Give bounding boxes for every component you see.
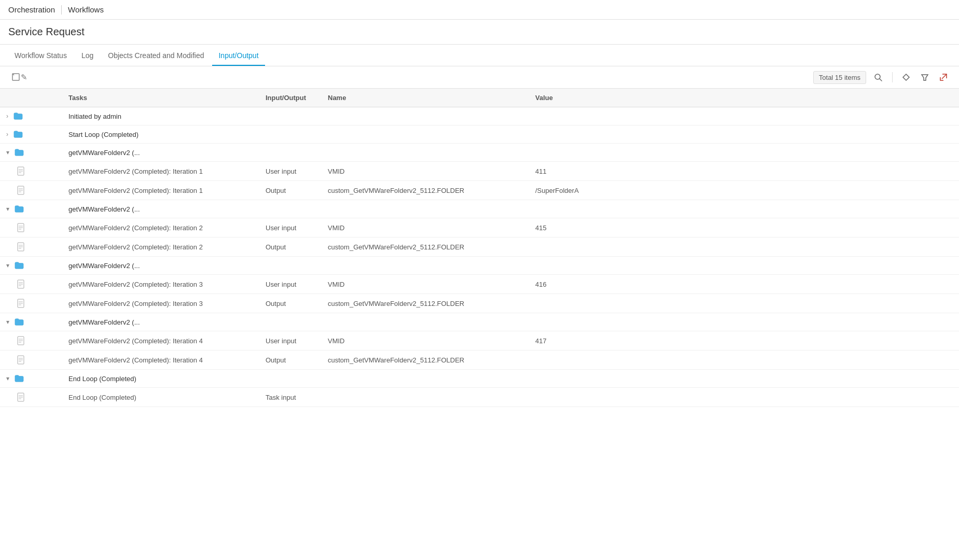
folder-icon <box>15 318 24 326</box>
row-value-cell <box>529 237 959 257</box>
row-icon-cell <box>0 351 62 370</box>
row-value-cell <box>529 388 959 407</box>
row-task-cell: End Loop (Completed) <box>62 388 259 407</box>
tab-input-output[interactable]: Input/Output <box>212 46 265 66</box>
row-name-cell: custom_GetVMWareFolderv2_5112.FOLDER <box>322 351 529 370</box>
row-task-cell: getVMWareFolderv2 (Completed): Iteration… <box>62 351 259 370</box>
col-header-io[interactable]: Input/Output <box>259 89 322 107</box>
col-header-tasks[interactable]: Tasks <box>62 89 259 107</box>
table-row[interactable]: getVMWareFolderv2 (Completed): Iteration… <box>0 275 959 294</box>
table-row[interactable]: ▾getVMWareFolderv2 (... <box>0 200 959 218</box>
row-name-cell: custom_GetVMWareFolderv2_5112.FOLDER <box>322 294 529 313</box>
row-name-cell: custom_GetVMWareFolderv2_5112.FOLDER <box>322 181 529 200</box>
chevron-icon: ▾ <box>6 262 9 269</box>
page-title: Service Request <box>8 26 951 38</box>
chevron-icon: ▾ <box>6 149 9 156</box>
edit-button[interactable]: ✎ <box>8 71 31 84</box>
col-header-icon <box>0 89 62 107</box>
row-icon-cell <box>0 294 62 313</box>
document-icon <box>17 242 25 251</box>
search-icon <box>873 73 883 82</box>
toolbar-right: Total 15 items <box>813 71 951 84</box>
table-header-row: Tasks Input/Output Name Value <box>0 89 959 107</box>
tab-objects-created[interactable]: Objects Created and Modified <box>102 46 210 66</box>
nav-workflows[interactable]: Workflows <box>68 5 104 14</box>
table-row[interactable]: End Loop (Completed)Task input <box>0 388 959 407</box>
table-row[interactable]: ▾getVMWareFolderv2 (... <box>0 257 959 275</box>
row-io-cell: Task input <box>259 388 322 407</box>
row-name-cell: VMID <box>322 275 529 294</box>
row-task-cell: getVMWareFolderv2 (Completed): Iteration… <box>62 237 259 257</box>
toolbar-left: ✎ <box>8 71 31 84</box>
svg-line-6 <box>942 74 947 79</box>
row-icon-cell: › <box>0 125 62 144</box>
row-task-cell: getVMWareFolderv2 (Completed): Iteration… <box>62 218 259 237</box>
filter-button[interactable] <box>918 71 932 83</box>
table-row[interactable]: getVMWareFolderv2 (Completed): Iteration… <box>0 351 959 370</box>
tab-log[interactable]: Log <box>75 46 100 66</box>
nav-orchestration[interactable]: Orchestration <box>8 5 55 14</box>
export-button[interactable] <box>936 71 951 83</box>
table-row[interactable]: getVMWareFolderv2 (Completed): Iteration… <box>0 218 959 237</box>
row-icon-cell <box>0 331 62 351</box>
row-task-cell: getVMWareFolderv2 (... <box>62 200 959 218</box>
row-task-cell: End Loop (Completed) <box>62 370 959 388</box>
table-row[interactable]: ▾End Loop (Completed) <box>0 370 959 388</box>
table-row[interactable]: ›Start Loop (Completed) <box>0 125 959 144</box>
row-task-cell: Initiated by admin <box>62 107 959 125</box>
tab-workflow-status[interactable]: Workflow Status <box>8 46 73 66</box>
row-value-cell: /SuperFolderA <box>529 181 959 200</box>
row-value-cell: 415 <box>529 218 959 237</box>
row-value-cell: 417 <box>529 331 959 351</box>
row-io-cell: Output <box>259 351 322 370</box>
table-row[interactable]: getVMWareFolderv2 (Completed): Iteration… <box>0 294 959 313</box>
chevron-icon: ▾ <box>6 205 9 213</box>
row-task-cell: Start Loop (Completed) <box>62 125 959 144</box>
table-row[interactable]: ›Initiated by admin <box>0 107 959 125</box>
tabs-bar: Workflow Status Log Objects Created and … <box>0 45 959 66</box>
table-row[interactable]: ▾getVMWareFolderv2 (... <box>0 144 959 162</box>
folder-icon <box>15 374 24 383</box>
row-icon-cell: › <box>0 107 62 125</box>
row-icon-cell <box>0 388 62 407</box>
row-io-cell: Output <box>259 294 322 313</box>
row-io-cell: Output <box>259 181 322 200</box>
table-row[interactable]: ▾getVMWareFolderv2 (... <box>0 313 959 331</box>
filter-icon <box>921 73 929 81</box>
row-icon-cell <box>0 162 62 181</box>
table-container: Tasks Input/Output Name Value ›Initiated… <box>0 89 959 407</box>
chevron-icon: › <box>6 131 8 138</box>
toolbar-separator <box>892 72 893 82</box>
top-nav: Orchestration Workflows <box>0 0 959 20</box>
folder-icon <box>13 112 23 120</box>
table-row[interactable]: getVMWareFolderv2 (Completed): Iteration… <box>0 181 959 200</box>
row-task-cell: getVMWareFolderv2 (... <box>62 257 959 275</box>
row-name-cell: VMID <box>322 162 529 181</box>
row-io-cell: Output <box>259 237 322 257</box>
row-value-cell: 416 <box>529 275 959 294</box>
row-task-cell: getVMWareFolderv2 (Completed): Iteration… <box>62 331 259 351</box>
table-row[interactable]: getVMWareFolderv2 (Completed): Iteration… <box>0 331 959 351</box>
row-io-cell: User input <box>259 275 322 294</box>
row-name-cell: VMID <box>322 331 529 351</box>
row-task-cell: getVMWareFolderv2 (Completed): Iteration… <box>62 181 259 200</box>
edit-icon <box>11 73 21 82</box>
row-icon-cell: ▾ <box>0 313 62 331</box>
search-button[interactable] <box>870 71 886 84</box>
table-row[interactable]: getVMWareFolderv2 (Completed): Iteration… <box>0 162 959 181</box>
row-io-cell: User input <box>259 331 322 351</box>
document-icon <box>17 393 25 402</box>
table-row[interactable]: getVMWareFolderv2 (Completed): Iteration… <box>0 237 959 257</box>
row-icon-cell: ▾ <box>0 144 62 162</box>
col-header-name[interactable]: Name <box>322 89 529 107</box>
row-task-cell: getVMWareFolderv2 (Completed): Iteration… <box>62 294 259 313</box>
chevron-icon: ▾ <box>6 318 9 326</box>
diamond-button[interactable] <box>899 71 913 83</box>
row-io-cell: User input <box>259 218 322 237</box>
col-header-value[interactable]: Value <box>529 89 959 107</box>
row-icon-cell: ▾ <box>0 200 62 218</box>
row-task-cell: getVMWareFolderv2 (Completed): Iteration… <box>62 162 259 181</box>
row-value-cell <box>529 351 959 370</box>
document-icon <box>17 223 25 232</box>
chevron-icon: ▾ <box>6 375 9 382</box>
